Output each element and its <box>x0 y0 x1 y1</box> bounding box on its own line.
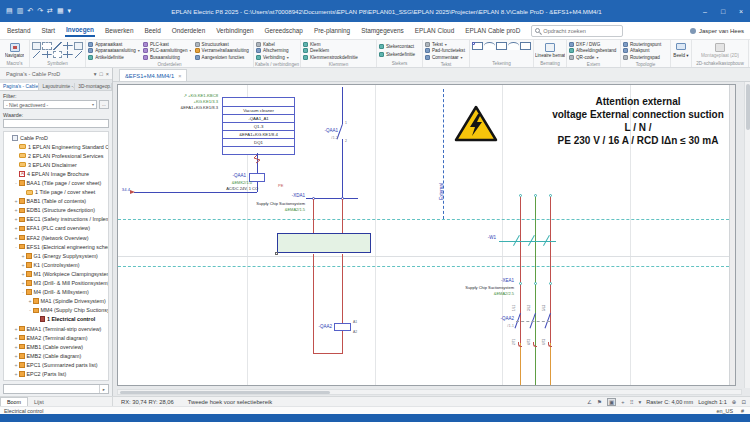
device-data-table[interactable]: Vacuum cleaner-QAA1_A1Q1-3&EFA1+KG.KE1/8… <box>222 97 295 155</box>
arc-shape-icon[interactable] <box>484 42 495 50</box>
tree-item[interactable]: + EMA1 (Terminal-strip overview) <box>4 324 108 333</box>
ribbon-tab[interactable]: Onderdelen <box>171 25 206 36</box>
ribbon-tab[interactable]: Invoegen <box>65 24 95 37</box>
symbol-icon[interactable] <box>53 51 62 59</box>
tree-item[interactable]: + MA1 (Spindle Drivesystem) <box>4 297 108 306</box>
search-input[interactable] <box>543 28 613 34</box>
tree-item[interactable]: - BAA1 (Title page / cover sheet) <box>4 178 108 187</box>
navigator-button[interactable]: Navigator <box>0 40 29 60</box>
symbol-icon[interactable] <box>53 42 62 50</box>
vertical-scrollbar[interactable] <box>744 82 750 388</box>
xea1-terminal[interactable] <box>549 282 552 285</box>
tree-item[interactable]: + EPC2 (Parts list) <box>4 369 108 378</box>
wire[interactable] <box>342 331 343 353</box>
tree-item[interactable]: 1 EPLAN Engineering Standard Cover sheet <box>4 142 108 151</box>
tree-item[interactable]: + BAB1 (Table of contents) <box>4 197 108 206</box>
drawing-canvas[interactable]: ↗ +KG.KE1-KBC8+KG.KE1/3.3&EFA1+KG.KE1/8.… <box>113 82 750 396</box>
xea1-terminal[interactable] <box>534 282 537 285</box>
chevron-down-icon[interactable]: ▾ <box>638 399 641 405</box>
ribbon-item[interactable]: Stekercontact <box>379 43 420 50</box>
xea1-tag[interactable]: -XEA1 <box>468 278 514 283</box>
qaa2-coil-tag[interactable]: -QAA2 <box>296 324 332 329</box>
symbol-icon[interactable] <box>32 51 41 59</box>
tree-item[interactable]: + EMB1 (Cable overview) <box>4 342 108 351</box>
panel-dropdown-icon[interactable]: ▾ <box>94 71 97 77</box>
tree-item[interactable]: + EFA1 (PLC card overview) <box>4 224 108 233</box>
tree-filter-input[interactable]: ▸ <box>3 384 109 394</box>
tree-item[interactable]: + EFA2 (Network Overview) <box>4 233 108 242</box>
wire[interactable] <box>313 254 314 353</box>
tree-item[interactable]: 1 Electrical control <box>4 315 108 324</box>
tree-item[interactable]: - EFS1 (Electrical engineering schematic… <box>4 242 108 251</box>
command-search[interactable] <box>531 25 623 37</box>
ribbon-tab[interactable]: EPLAN Cloud <box>414 25 455 36</box>
symbol-gallery[interactable] <box>30 40 85 60</box>
snap-icon[interactable]: ▣ <box>607 398 616 406</box>
grid-icon[interactable]: ⠿ <box>629 399 633 405</box>
wire[interactable] <box>313 199 314 233</box>
qat-icon[interactable]: ▦ <box>57 7 64 15</box>
beeld-button[interactable]: Beeld ▾ <box>671 40 691 60</box>
tree-list-tab[interactable]: Boom <box>0 397 28 406</box>
wire-N[interactable] <box>550 343 551 386</box>
tree-filter-apply-icon[interactable]: ▸ <box>99 385 108 393</box>
ribbon-tab[interactable]: Beeld <box>143 25 161 36</box>
ribbon-tab[interactable]: EPLAN Cable proD <box>464 25 521 36</box>
tree-item[interactable]: + G1 (Energy Supplysystem) <box>4 251 108 260</box>
language-indicator[interactable]: en_US <box>717 408 733 414</box>
tree-expand-icon[interactable]: + <box>13 380 19 381</box>
qaa1-coil-tag[interactable]: -QAA1 <box>206 173 246 178</box>
panel-tab[interactable]: Pagina's - Cable... <box>0 83 39 90</box>
window-control-button[interactable]: □ <box>714 8 732 15</box>
panel-tab[interactable]: 3D-montageop... <box>75 83 112 90</box>
filter-more-button[interactable]: ... <box>99 100 109 109</box>
wire[interactable] <box>342 199 343 233</box>
tree-item[interactable]: + EEC1 (Safety instructions / Implementa… <box>4 215 108 224</box>
ribbon-tab[interactable]: Bewerken <box>104 25 134 36</box>
panel-close-icon[interactable]: × <box>106 71 109 77</box>
tree-item[interactable]: 4 EPLAN Image Brochure <box>4 169 108 178</box>
symbol-icon[interactable] <box>42 42 51 50</box>
tree-item[interactable]: + M3 (Drill- & Mill Positionsystem) <box>4 279 108 288</box>
angle-icon[interactable]: ∠ <box>587 399 592 405</box>
ribbon-tab[interactable]: Stamgegevens <box>360 25 405 36</box>
xea1-terminal[interactable] <box>519 282 522 285</box>
ribbon-tab[interactable]: Verbindingen <box>215 25 254 36</box>
zoom-in-icon[interactable]: ⊕ <box>732 399 737 405</box>
tree-item[interactable]: + EPC1 (Summarized parts list) <box>4 360 108 369</box>
wire-N[interactable] <box>550 197 551 343</box>
qat-icon[interactable]: ▤ <box>6 7 13 15</box>
zoom-area-icon[interactable]: ⊡ <box>741 399 746 405</box>
symbol-icon[interactable] <box>74 42 83 50</box>
wire[interactable] <box>342 254 343 323</box>
tree-item[interactable]: + K1 (Controlsystem) <box>4 260 108 269</box>
interruption-point-label[interactable]: 34.4 <box>118 187 130 192</box>
qat-icon[interactable]: ⇄ <box>47 7 53 15</box>
tree-item[interactable]: + EMB2 (Cable diagram) <box>4 351 108 360</box>
tree-item[interactable]: + EMA2 (Terminal diagram) <box>4 333 108 342</box>
filter-select[interactable]: - Niet geactiveerd - ▾ <box>3 100 97 109</box>
ribbon-tab[interactable]: Bestand <box>6 25 31 36</box>
selection-handle[interactable] <box>275 252 278 255</box>
shape-gallery[interactable] <box>470 40 533 60</box>
tree-item[interactable]: - MM4 (Supply Chip Suctionsystem) <box>4 306 108 315</box>
user-account[interactable]: Jasper van Hees <box>690 28 744 34</box>
sector-shape-icon[interactable] <box>508 42 519 50</box>
value-input[interactable] <box>3 119 109 128</box>
wire[interactable] <box>342 87 343 124</box>
spline-shape-icon[interactable] <box>520 42 531 50</box>
xda1-tag[interactable]: -XDA1 <box>263 193 305 198</box>
tree-item[interactable]: 1 Title page / cover sheet <box>4 188 108 197</box>
tree-item[interactable]: + EDB1 (Structure description) <box>4 206 108 215</box>
lineaire-bemating-button[interactable]: Lineaire bemating ▾ <box>534 40 566 60</box>
qaa2-coil-symbol[interactable] <box>334 323 351 331</box>
w1-tag[interactable]: -W1 <box>476 235 496 240</box>
document-tab[interactable]: &EFS1+M4.MM4/1 × <box>119 69 187 81</box>
wire[interactable] <box>134 192 257 193</box>
selection-rectangle[interactable] <box>277 233 371 253</box>
interruption-point-arrow[interactable] <box>130 190 135 194</box>
panel-tab[interactable]: Layoutruimte -... <box>39 83 75 90</box>
qat-icon[interactable]: ↶ <box>27 7 33 15</box>
panel-float-icon[interactable]: □ <box>99 71 102 77</box>
cable-definition-line[interactable] <box>499 241 556 242</box>
